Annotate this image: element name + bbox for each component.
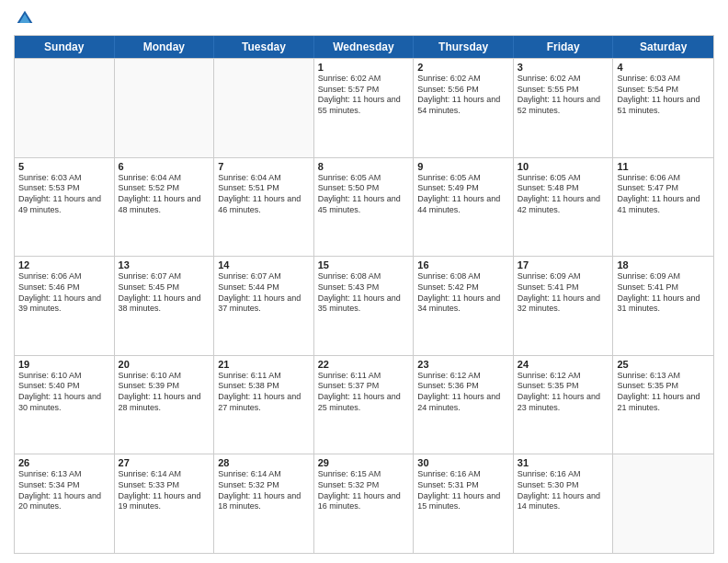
day-number: 8 xyxy=(318,161,410,172)
cell-info: Sunrise: 6:14 AMSunset: 5:33 PMDaylight:… xyxy=(119,469,210,512)
calendar-row-0: 1Sunrise: 6:02 AMSunset: 5:57 PMDaylight… xyxy=(15,58,713,157)
calendar-row-4: 26Sunrise: 6:13 AMSunset: 5:34 PMDayligh… xyxy=(15,454,713,553)
cell-info: Sunrise: 6:07 AMSunset: 5:45 PMDaylight:… xyxy=(119,271,210,315)
weekday-header-thursday: Thursday xyxy=(414,36,514,58)
day-number: 27 xyxy=(119,457,210,468)
weekday-header-sunday: Sunday xyxy=(15,36,115,58)
day-number: 11 xyxy=(617,161,710,172)
day-number: 1 xyxy=(318,62,410,73)
calendar-cell-day-18: 18Sunrise: 6:09 AMSunset: 5:41 PMDayligh… xyxy=(613,257,713,355)
weekday-header-tuesday: Tuesday xyxy=(214,36,314,58)
calendar-cell-empty-0-1 xyxy=(115,59,215,157)
day-number: 16 xyxy=(417,259,509,270)
calendar-cell-day-1: 1Sunrise: 6:02 AMSunset: 5:57 PMDaylight… xyxy=(314,59,415,157)
cell-info: Sunrise: 6:12 AMSunset: 5:36 PMDaylight:… xyxy=(417,371,509,414)
day-number: 30 xyxy=(417,457,509,468)
cell-info: Sunrise: 6:04 AMSunset: 5:52 PMDaylight:… xyxy=(119,173,210,216)
day-number: 18 xyxy=(617,259,710,270)
day-number: 24 xyxy=(518,359,609,370)
calendar-row-1: 5Sunrise: 6:03 AMSunset: 5:53 PMDaylight… xyxy=(15,157,713,257)
day-number: 3 xyxy=(518,62,609,73)
weekday-header-wednesday: Wednesday xyxy=(314,36,415,58)
calendar-cell-day-30: 30Sunrise: 6:16 AMSunset: 5:31 PMDayligh… xyxy=(414,454,514,553)
calendar-cell-day-19: 19Sunrise: 6:10 AMSunset: 5:40 PMDayligh… xyxy=(15,356,115,454)
day-number: 28 xyxy=(218,457,310,468)
day-number: 12 xyxy=(18,259,110,270)
cell-info: Sunrise: 6:06 AMSunset: 5:47 PMDaylight:… xyxy=(617,173,710,216)
calendar-cell-day-28: 28Sunrise: 6:14 AMSunset: 5:32 PMDayligh… xyxy=(214,454,314,553)
calendar-cell-empty-0-0 xyxy=(15,59,115,157)
weekday-header-friday: Friday xyxy=(514,36,614,58)
cell-info: Sunrise: 6:10 AMSunset: 5:39 PMDaylight:… xyxy=(119,371,210,414)
cell-info: Sunrise: 6:13 AMSunset: 5:35 PMDaylight:… xyxy=(617,371,710,414)
logo xyxy=(14,9,34,28)
cell-info: Sunrise: 6:12 AMSunset: 5:35 PMDaylight:… xyxy=(518,371,609,414)
cell-info: Sunrise: 6:06 AMSunset: 5:46 PMDaylight:… xyxy=(18,271,110,315)
calendar-cell-day-27: 27Sunrise: 6:14 AMSunset: 5:33 PMDayligh… xyxy=(115,454,215,553)
calendar-cell-day-6: 6Sunrise: 6:04 AMSunset: 5:52 PMDaylight… xyxy=(115,158,215,257)
cell-info: Sunrise: 6:03 AMSunset: 5:53 PMDaylight:… xyxy=(18,173,110,216)
calendar-cell-day-16: 16Sunrise: 6:08 AMSunset: 5:42 PMDayligh… xyxy=(414,257,514,355)
calendar-cell-day-24: 24Sunrise: 6:12 AMSunset: 5:35 PMDayligh… xyxy=(514,356,614,454)
calendar-cell-day-2: 2Sunrise: 6:02 AMSunset: 5:56 PMDaylight… xyxy=(414,59,514,157)
calendar-cell-day-29: 29Sunrise: 6:15 AMSunset: 5:32 PMDayligh… xyxy=(314,454,415,553)
cell-info: Sunrise: 6:11 AMSunset: 5:37 PMDaylight:… xyxy=(318,371,410,414)
calendar-cell-day-9: 9Sunrise: 6:05 AMSunset: 5:49 PMDaylight… xyxy=(414,158,514,257)
calendar-row-3: 19Sunrise: 6:10 AMSunset: 5:40 PMDayligh… xyxy=(15,355,713,454)
cell-info: Sunrise: 6:14 AMSunset: 5:32 PMDaylight:… xyxy=(218,469,310,512)
cell-info: Sunrise: 6:02 AMSunset: 5:57 PMDaylight:… xyxy=(318,74,410,117)
calendar-cell-day-22: 22Sunrise: 6:11 AMSunset: 5:37 PMDayligh… xyxy=(314,356,415,454)
calendar-cell-day-11: 11Sunrise: 6:06 AMSunset: 5:47 PMDayligh… xyxy=(613,158,713,257)
calendar-cell-day-3: 3Sunrise: 6:02 AMSunset: 5:55 PMDaylight… xyxy=(514,59,614,157)
day-number: 20 xyxy=(119,359,210,370)
cell-info: Sunrise: 6:04 AMSunset: 5:51 PMDaylight:… xyxy=(218,173,310,216)
calendar-cell-day-23: 23Sunrise: 6:12 AMSunset: 5:36 PMDayligh… xyxy=(414,356,514,454)
calendar-cell-day-21: 21Sunrise: 6:11 AMSunset: 5:38 PMDayligh… xyxy=(214,356,314,454)
cell-info: Sunrise: 6:16 AMSunset: 5:31 PMDaylight:… xyxy=(417,469,509,512)
day-number: 9 xyxy=(417,161,509,172)
calendar-cell-empty-4-6 xyxy=(613,454,713,553)
day-number: 25 xyxy=(617,359,710,370)
day-number: 4 xyxy=(617,62,710,73)
cell-info: Sunrise: 6:02 AMSunset: 5:56 PMDaylight:… xyxy=(417,74,509,117)
day-number: 17 xyxy=(518,259,609,270)
calendar-cell-day-20: 20Sunrise: 6:10 AMSunset: 5:39 PMDayligh… xyxy=(115,356,215,454)
calendar-cell-day-12: 12Sunrise: 6:06 AMSunset: 5:46 PMDayligh… xyxy=(15,257,115,355)
calendar: SundayMondayTuesdayWednesdayThursdayFrid… xyxy=(14,35,714,554)
calendar-cell-day-7: 7Sunrise: 6:04 AMSunset: 5:51 PMDaylight… xyxy=(214,158,314,257)
calendar-cell-day-5: 5Sunrise: 6:03 AMSunset: 5:53 PMDaylight… xyxy=(15,158,115,257)
day-number: 14 xyxy=(218,259,310,270)
day-number: 31 xyxy=(518,457,609,468)
cell-info: Sunrise: 6:03 AMSunset: 5:54 PMDaylight:… xyxy=(617,74,710,117)
day-number: 29 xyxy=(318,457,410,468)
day-number: 22 xyxy=(318,359,410,370)
cell-info: Sunrise: 6:08 AMSunset: 5:42 PMDaylight:… xyxy=(417,271,509,315)
page: SundayMondayTuesdayWednesdayThursdayFrid… xyxy=(0,0,728,563)
cell-info: Sunrise: 6:13 AMSunset: 5:34 PMDaylight:… xyxy=(18,469,110,512)
day-number: 6 xyxy=(119,161,210,172)
day-number: 21 xyxy=(218,359,310,370)
day-number: 7 xyxy=(218,161,310,172)
cell-info: Sunrise: 6:09 AMSunset: 5:41 PMDaylight:… xyxy=(518,271,609,315)
cell-info: Sunrise: 6:05 AMSunset: 5:49 PMDaylight:… xyxy=(417,173,509,216)
day-number: 23 xyxy=(417,359,509,370)
day-number: 15 xyxy=(318,259,410,270)
logo-icon xyxy=(16,9,34,28)
day-number: 13 xyxy=(119,259,210,270)
calendar-cell-day-15: 15Sunrise: 6:08 AMSunset: 5:43 PMDayligh… xyxy=(314,257,415,355)
calendar-cell-day-31: 31Sunrise: 6:16 AMSunset: 5:30 PMDayligh… xyxy=(514,454,614,553)
calendar-cell-day-25: 25Sunrise: 6:13 AMSunset: 5:35 PMDayligh… xyxy=(613,356,713,454)
calendar-cell-empty-0-2 xyxy=(214,59,314,157)
weekday-header-saturday: Saturday xyxy=(613,36,713,58)
calendar-row-2: 12Sunrise: 6:06 AMSunset: 5:46 PMDayligh… xyxy=(15,256,713,355)
cell-info: Sunrise: 6:16 AMSunset: 5:30 PMDaylight:… xyxy=(518,469,609,512)
day-number: 5 xyxy=(18,161,110,172)
weekday-header-monday: Monday xyxy=(115,36,215,58)
calendar-body: 1Sunrise: 6:02 AMSunset: 5:57 PMDaylight… xyxy=(15,58,713,553)
day-number: 2 xyxy=(417,62,509,73)
cell-info: Sunrise: 6:08 AMSunset: 5:43 PMDaylight:… xyxy=(318,271,410,315)
header xyxy=(14,9,714,28)
calendar-header: SundayMondayTuesdayWednesdayThursdayFrid… xyxy=(15,36,713,58)
cell-info: Sunrise: 6:05 AMSunset: 5:48 PMDaylight:… xyxy=(518,173,609,216)
calendar-cell-day-17: 17Sunrise: 6:09 AMSunset: 5:41 PMDayligh… xyxy=(514,257,614,355)
